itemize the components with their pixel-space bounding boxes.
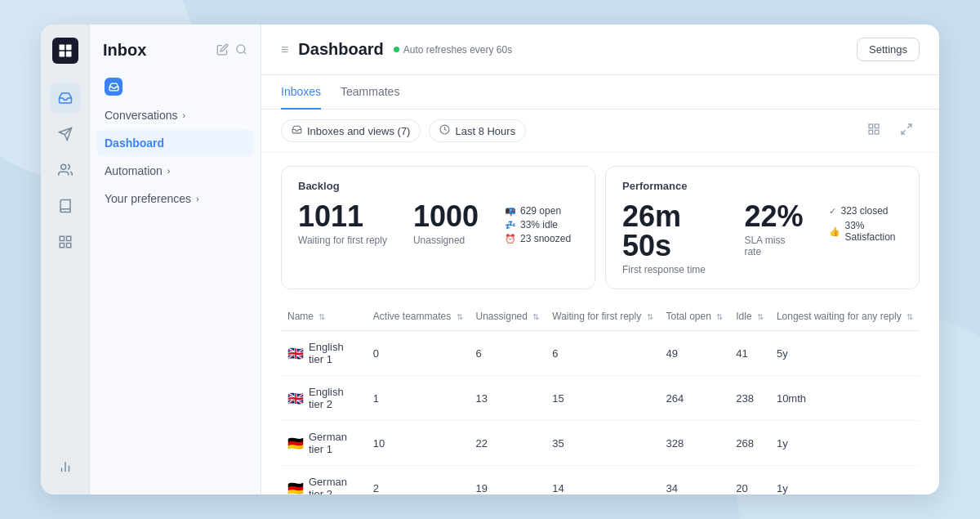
- svg-point-6: [60, 164, 65, 169]
- tab-teammates[interactable]: Teammates: [341, 75, 399, 110]
- name-3: German tier 2: [309, 476, 360, 494]
- waiting-stat: 1011 Waiting for first reply: [298, 202, 387, 246]
- flag-1: 🇬🇧: [287, 391, 304, 406]
- main-content: ≡ Dashboard Auto refreshes every 60s Set…: [261, 25, 939, 494]
- sidebar-item-automation[interactable]: Automation ›: [96, 158, 254, 184]
- settings-button[interactable]: Settings: [857, 38, 920, 61]
- app-logo: [52, 38, 78, 64]
- sla-label: SLA miss rate: [744, 235, 803, 257]
- svg-rect-19: [869, 130, 873, 134]
- cell-name-1: 🇬🇧 English tier 2: [281, 376, 367, 421]
- cell-total-0: 49: [660, 331, 730, 376]
- open-count: 629 open: [520, 205, 561, 217]
- stats-section: Backlog 1011 Waiting for first reply 100…: [261, 153, 939, 302]
- unassigned-label: Unassigned: [413, 235, 479, 246]
- people-nav-icon[interactable]: [51, 155, 80, 185]
- time-filter-chip[interactable]: Last 8 Hours: [429, 119, 526, 142]
- name-2: German tier 1: [309, 431, 360, 455]
- svg-rect-2: [59, 51, 65, 57]
- backlog-card: Backlog 1011 Waiting for first reply 100…: [281, 166, 595, 289]
- flag-2: 🇩🇪: [287, 436, 304, 451]
- flag-0: 🇬🇧: [287, 346, 304, 361]
- open-count-item: 📭 629 open: [505, 205, 571, 217]
- cell-idle-3: 20: [729, 466, 770, 495]
- sidebar-item-dashboard[interactable]: Dashboard: [96, 130, 254, 156]
- tab-inboxes[interactable]: Inboxes: [281, 75, 321, 110]
- table-body: 🇬🇧 English tier 1 0 6 6 49 41 5y 🇬🇧 Engl…: [281, 331, 920, 495]
- preferences-chevron: ›: [196, 194, 199, 204]
- name-0: English tier 1: [309, 341, 360, 365]
- cell-name-2: 🇩🇪 German tier 1: [281, 421, 367, 466]
- book-nav-icon[interactable]: [51, 191, 80, 221]
- unassigned-number: 1000: [413, 202, 479, 231]
- cell-idle-2: 268: [729, 421, 770, 466]
- cell-longest-0: 5y: [770, 331, 920, 376]
- sidebar-item-preferences[interactable]: Your preferences ›: [96, 186, 254, 212]
- response-label: First response time: [622, 264, 718, 275]
- svg-line-15: [243, 51, 246, 54]
- inbox-filter-chip[interactable]: Inboxes and views (7): [281, 119, 421, 142]
- cell-total-2: 328: [660, 421, 730, 466]
- clock-filter-icon: [439, 124, 450, 137]
- auto-refresh-badge: Auto refreshes every 60s: [394, 44, 512, 56]
- table-header: Name ⇅ Active teammates ⇅ Unassigned ⇅ W…: [281, 302, 920, 331]
- filters-row: Inboxes and views (7) Last 8 Hours: [261, 110, 939, 153]
- automation-chevron: ›: [167, 166, 171, 176]
- chart-nav-icon[interactable]: [51, 452, 80, 481]
- main-header: ≡ Dashboard Auto refreshes every 60s Set…: [261, 25, 939, 75]
- flag-3: 🇩🇪: [287, 481, 304, 495]
- col-unassigned[interactable]: Unassigned ⇅: [470, 302, 546, 331]
- svg-rect-0: [59, 45, 65, 51]
- svg-rect-1: [65, 45, 71, 51]
- closed-count-item: ✓ 323 closed: [829, 205, 902, 217]
- performance-card: Performance 26m 50s First response time …: [605, 166, 920, 289]
- sidebar-item-conversations[interactable]: Conversations ›: [96, 102, 254, 128]
- sidebar-title: Inbox: [103, 41, 146, 60]
- send-nav-icon[interactable]: [51, 119, 80, 149]
- closed-icon: ✓: [829, 206, 836, 217]
- svg-rect-8: [66, 236, 70, 240]
- cell-active-3: 2: [367, 466, 470, 495]
- preferences-label: Your preferences: [105, 192, 191, 205]
- col-idle[interactable]: Idle ⇅: [729, 302, 770, 331]
- cell-unassigned-3: 19: [470, 466, 546, 495]
- cell-active-2: 10: [367, 421, 470, 466]
- time-filter-label: Last 8 Hours: [455, 125, 515, 137]
- main-header-left: ≡ Dashboard Auto refreshes every 60s: [281, 40, 512, 59]
- conversations-label: Conversations: [105, 109, 178, 122]
- sidebar-header: Inbox: [90, 25, 261, 69]
- reports-nav-icon[interactable]: [51, 227, 80, 257]
- auto-refresh-text: Auto refreshes every 60s: [403, 44, 512, 56]
- inbox-filter-label: Inboxes and views (7): [307, 125, 410, 137]
- automation-label: Automation: [105, 164, 163, 177]
- col-total[interactable]: Total open ⇅: [660, 302, 730, 331]
- grid-view-button[interactable]: [861, 119, 887, 142]
- snooze-icon: ⏰: [505, 234, 516, 244]
- backlog-title: Backlog: [298, 180, 578, 192]
- cell-total-3: 34: [660, 466, 730, 495]
- col-name[interactable]: Name ⇅: [281, 302, 367, 331]
- table-row: 🇬🇧 English tier 1 0 6 6 49 41 5y: [281, 331, 920, 376]
- dashboard-label: Dashboard: [105, 136, 164, 150]
- name-1: English tier 2: [309, 386, 360, 410]
- unassigned-stat: 1000 Unassigned: [413, 202, 479, 246]
- svg-rect-7: [60, 236, 64, 240]
- expand-view-button[interactable]: [893, 119, 920, 142]
- inbox-icon: [105, 78, 122, 96]
- cell-waiting-0: 6: [546, 331, 659, 376]
- col-waiting[interactable]: Waiting for first reply ⇅: [546, 302, 659, 331]
- performance-numbers: 26m 50s First response time 22% SLA miss…: [622, 202, 902, 275]
- compose-icon[interactable]: [216, 43, 229, 58]
- table-row: 🇩🇪 German tier 2 2 19 14 34 20 1y: [281, 466, 920, 495]
- search-icon[interactable]: [235, 43, 247, 58]
- col-active[interactable]: Active teammates ⇅: [367, 302, 470, 331]
- filters-right: [861, 119, 920, 142]
- sidebar-header-icons: [216, 43, 247, 58]
- svg-rect-17: [869, 124, 873, 128]
- sidebar-item-inbox[interactable]: [96, 73, 254, 101]
- hamburger-icon[interactable]: ≡: [281, 43, 288, 57]
- inbox-nav-icon[interactable]: [51, 83, 80, 113]
- satisfaction-item: 👍 33% Satisfaction: [829, 220, 902, 243]
- table-row: 🇩🇪 German tier 1 10 22 35 328 268 1y: [281, 421, 920, 466]
- col-longest[interactable]: Longest waiting for any reply ⇅: [770, 302, 920, 331]
